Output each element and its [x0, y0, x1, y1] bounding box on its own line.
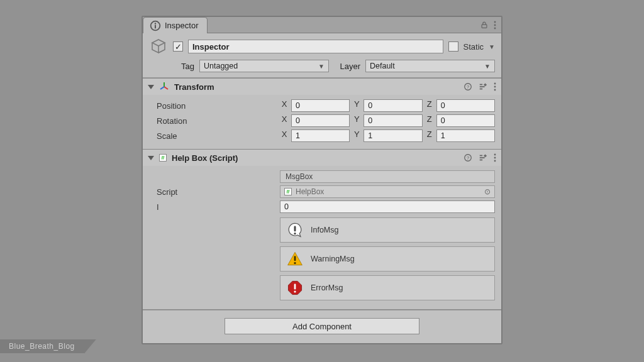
position-label: Position [157, 101, 276, 111]
tag-label: Tag [173, 62, 194, 71]
svg-text:?: ? [467, 155, 470, 161]
presets-icon[interactable] [479, 153, 487, 162]
prefab-icon [149, 37, 168, 56]
object-name-value: Inspector [192, 42, 230, 52]
rotation-y-input[interactable]: 0 [364, 114, 422, 127]
svg-rect-22 [480, 155, 482, 156]
script-row: Script # HelpBox ⊙ [157, 185, 495, 199]
rotation-row: Rotation X 0 Y 0 Z 0 [157, 114, 495, 128]
info-bubble-icon [287, 222, 303, 238]
object-picker-icon[interactable]: ⊙ [484, 187, 491, 196]
script-label: Script [157, 187, 276, 197]
svg-rect-14 [480, 89, 482, 90]
scale-row: Scale X 1 Y 1 Z 1 [157, 129, 495, 143]
svg-line-9 [160, 87, 164, 89]
scale-z-input[interactable]: 1 [436, 129, 495, 142]
object-name-input[interactable]: Inspector [188, 40, 443, 53]
svg-point-19 [494, 89, 496, 91]
svg-rect-2 [155, 25, 156, 28]
svg-point-31 [294, 233, 296, 234]
svg-rect-26 [484, 155, 486, 156]
svg-rect-32 [294, 256, 296, 261]
csharp-script-icon: # [284, 188, 292, 195]
rotation-x-input[interactable]: 0 [291, 114, 350, 127]
kebab-menu-icon[interactable] [494, 82, 496, 91]
info-icon [150, 20, 161, 31]
svg-rect-35 [294, 284, 296, 290]
scale-y-input[interactable]: 1 [364, 129, 422, 142]
svg-point-29 [494, 160, 496, 162]
help-icon[interactable]: ? [464, 82, 472, 91]
position-row: Position X 0 Y 0 Z 0 [157, 99, 495, 112]
foldout-icon [148, 156, 154, 160]
info-helpbox: InfoMsg [280, 217, 495, 243]
position-z-input[interactable]: 0 [436, 99, 495, 112]
svg-point-36 [294, 290, 296, 292]
enabled-checkmark: ✓ [175, 43, 182, 51]
static-checkbox[interactable] [448, 41, 458, 52]
transform-header[interactable]: Transform ? [143, 79, 501, 95]
transform-component: Transform ? Position X 0 Y 0 Z 0 Ro [143, 78, 501, 150]
svg-point-27 [494, 154, 496, 156]
position-x-input[interactable]: 0 [291, 99, 350, 112]
info-text: InfoMsg [311, 226, 338, 234]
watermark-tag: Blue_Breath_Blog [0, 339, 96, 353]
helpbox-title: Help Box (Script) [172, 153, 238, 163]
foldout-icon [148, 85, 154, 89]
tab-strip: Inspector [143, 17, 501, 33]
svg-rect-12 [480, 84, 482, 85]
csharp-script-icon: # [159, 154, 167, 162]
scale-x-input[interactable]: 1 [291, 129, 350, 142]
help-icon[interactable]: ? [464, 153, 472, 162]
helpbox-component: # Help Box (Script) ? MsgBox Script # [143, 150, 501, 310]
svg-point-28 [494, 157, 496, 159]
msgbox-header-label: MsgBox [280, 170, 495, 183]
svg-point-1 [155, 23, 156, 24]
helpbox-header[interactable]: # Help Box (Script) ? [143, 150, 501, 166]
transform-icon [159, 82, 169, 92]
layer-dropdown[interactable]: Default ▼ [365, 60, 495, 72]
object-header: ✓ Inspector Static ▼ Tag Untagged ▼ Laye… [143, 33, 501, 78]
msgbox-header-row: MsgBox [157, 170, 495, 184]
inspector-tab[interactable]: Inspector [143, 17, 208, 33]
svg-point-4 [494, 21, 496, 23]
tag-dropdown[interactable]: Untagged ▼ [199, 60, 329, 72]
lock-icon[interactable] [480, 21, 489, 30]
svg-point-33 [294, 262, 296, 264]
error-octagon-icon [287, 280, 303, 296]
chevron-down-icon: ▼ [484, 63, 491, 70]
kebab-menu-icon[interactable] [494, 21, 496, 30]
error-helpbox: ErrorMsg [280, 275, 495, 300]
scale-label: Scale [157, 131, 276, 141]
script-object-field[interactable]: # HelpBox ⊙ [280, 185, 495, 198]
axis-z-label: Z [425, 99, 434, 112]
static-dropdown-arrow[interactable]: ▼ [489, 43, 495, 50]
svg-rect-3 [482, 25, 487, 28]
transform-title: Transform [174, 82, 214, 92]
script-name: HelpBox [296, 187, 324, 196]
chevron-down-icon: ▼ [318, 63, 325, 70]
add-component-label: Add Component [292, 322, 352, 331]
presets-icon[interactable] [479, 82, 487, 91]
rotation-z-input[interactable]: 0 [436, 114, 495, 127]
svg-rect-23 [480, 157, 485, 158]
axis-x-label: X [280, 99, 289, 112]
i-input[interactable]: 0 [280, 200, 495, 213]
svg-point-17 [494, 83, 496, 85]
i-row: I 0 [157, 200, 495, 214]
layer-value: Default [370, 62, 395, 70]
svg-point-5 [494, 24, 496, 26]
enabled-checkbox[interactable]: ✓ [173, 41, 183, 52]
error-text: ErrorMsg [311, 283, 343, 292]
add-component-area: Add Component [143, 310, 501, 343]
svg-point-18 [494, 86, 496, 88]
tab-title: Inspector [165, 21, 198, 30]
add-component-button[interactable]: Add Component [225, 318, 419, 334]
tag-value: Untagged [204, 62, 238, 70]
svg-point-6 [494, 27, 496, 29]
kebab-menu-icon[interactable] [494, 153, 496, 162]
rotation-label: Rotation [157, 116, 276, 126]
position-y-input[interactable]: 0 [364, 99, 422, 112]
static-label: Static [464, 42, 484, 52]
i-label: I [157, 202, 276, 212]
